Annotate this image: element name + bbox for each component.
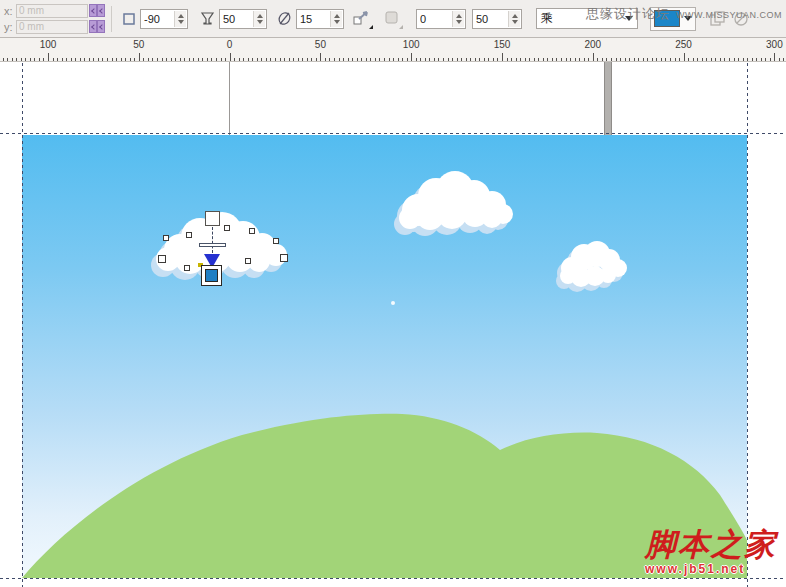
- ruler-tick: [121, 58, 122, 61]
- ruler-tick: [457, 58, 458, 61]
- shadow-angle-input[interactable]: [140, 9, 188, 29]
- ruler-tick: [570, 58, 571, 61]
- selection-handle[interactable]: [186, 232, 192, 238]
- ruler-tick: [765, 58, 766, 61]
- selection-handle[interactable]: [184, 265, 190, 271]
- ruler-tick: [270, 58, 271, 61]
- x-spin-down-button[interactable]: [89, 4, 97, 17]
- drawing-canvas[interactable]: 脚本之家 www.jb51.net: [0, 62, 786, 587]
- ruler-tick: [102, 58, 103, 61]
- ruler-tick: [443, 58, 444, 61]
- ruler-tick: [116, 58, 117, 61]
- ruler-tick: [547, 58, 548, 61]
- ruler-tick: [211, 58, 212, 61]
- ruler-tick: [702, 58, 703, 61]
- ruler-tick: [334, 58, 335, 61]
- y-spin-up-button[interactable]: [97, 20, 105, 33]
- ruler-label: 150: [494, 39, 511, 50]
- ruler-major-tick: [411, 53, 412, 61]
- feather-direction-button[interactable]: [350, 8, 374, 30]
- selection-handle[interactable]: [163, 235, 169, 241]
- shadow-feather-input[interactable]: [296, 9, 344, 29]
- ruler-label: 200: [584, 39, 601, 50]
- selection-handle[interactable]: [245, 258, 251, 264]
- spinner-icon[interactable]: [508, 11, 520, 27]
- ruler-tick: [325, 58, 326, 61]
- guideline-top[interactable]: [0, 133, 786, 134]
- shadow-feather-icon: [277, 11, 292, 26]
- ruler-tick: [552, 58, 553, 61]
- ruler-tick: [12, 58, 13, 61]
- ruler-major-tick: [48, 53, 49, 61]
- y-spin-down-button[interactable]: [89, 20, 97, 33]
- ruler-tick: [398, 58, 399, 61]
- shadow-opacity-slider[interactable]: [199, 243, 226, 247]
- ruler-tick: [743, 58, 744, 61]
- ruler-major-tick: [139, 53, 140, 61]
- ruler-tick: [225, 58, 226, 61]
- ruler-tick: [634, 58, 635, 61]
- shadow-fade-input[interactable]: [416, 9, 466, 29]
- selection-handle[interactable]: [280, 254, 288, 262]
- ruler-tick: [243, 58, 244, 61]
- ruler-tick: [670, 58, 671, 61]
- spinner-icon[interactable]: [253, 11, 265, 27]
- ruler-tick: [729, 58, 730, 61]
- x-position-field[interactable]: [16, 4, 88, 18]
- ruler-tick: [616, 58, 617, 61]
- ruler-tick: [316, 58, 317, 61]
- guideline-right[interactable]: [747, 63, 748, 587]
- ruler-tick: [157, 58, 158, 61]
- ruler-tick: [602, 58, 603, 61]
- ruler-tick: [143, 58, 144, 61]
- spinner-icon[interactable]: [452, 11, 464, 27]
- ruler-tick: [665, 58, 666, 61]
- guideline-left[interactable]: [22, 63, 23, 587]
- ruler-major-tick: [774, 53, 775, 61]
- ruler-tick: [470, 58, 471, 61]
- ruler-tick: [284, 58, 285, 61]
- spinner-icon[interactable]: [174, 11, 186, 27]
- feather-edge-button[interactable]: [380, 8, 404, 30]
- spinner-icon[interactable]: [330, 11, 342, 27]
- ruler-tick: [21, 58, 22, 61]
- ruler-tick: [629, 58, 630, 61]
- selection-handle[interactable]: [249, 228, 255, 234]
- ruler-tick: [366, 58, 367, 61]
- ruler-tick: [475, 58, 476, 61]
- shadow-opacity-input[interactable]: [219, 9, 267, 29]
- ruler-tick: [148, 58, 149, 61]
- shadow-start-node[interactable]: [205, 211, 220, 226]
- ruler-tick: [747, 58, 748, 61]
- ruler-tick: [438, 58, 439, 61]
- y-position-field[interactable]: [16, 20, 88, 34]
- ruler-tick: [647, 58, 648, 61]
- ruler-tick: [3, 58, 4, 61]
- ruler-tick: [488, 58, 489, 61]
- selection-handle[interactable]: [273, 238, 279, 244]
- ruler-tick: [715, 58, 716, 61]
- shadow-stretch-input[interactable]: [472, 9, 522, 29]
- guideline-bottom[interactable]: [0, 578, 786, 579]
- selection-handle[interactable]: [224, 225, 230, 231]
- ruler-tick: [98, 58, 99, 61]
- ruler-tick: [221, 58, 222, 61]
- ruler-major-tick: [320, 53, 321, 61]
- selection-handle[interactable]: [158, 255, 166, 263]
- x-spin-up-button[interactable]: [97, 4, 105, 17]
- ruler-tick: [16, 58, 17, 61]
- shadow-end-node[interactable]: [201, 265, 222, 286]
- ruler-tick: [162, 58, 163, 61]
- ruler-tick: [193, 58, 194, 61]
- ruler-tick: [625, 58, 626, 61]
- toolbar-separator: [111, 6, 112, 32]
- ruler-tick: [34, 58, 35, 61]
- horizontal-ruler[interactable]: 10050050100150200250300: [0, 38, 786, 62]
- ruler-tick: [80, 58, 81, 61]
- artwork-page[interactable]: [22, 135, 747, 578]
- ruler-tick: [679, 58, 680, 61]
- ruler-zero-line: [229, 62, 230, 135]
- ruler-tick: [361, 58, 362, 61]
- ruler-tick: [257, 58, 258, 61]
- white-speck: [391, 301, 395, 305]
